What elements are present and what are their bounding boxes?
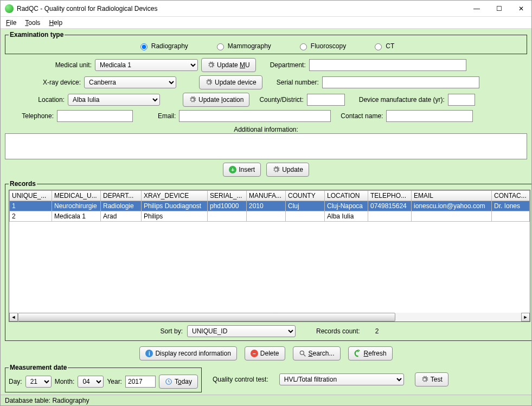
additional-info-label: Additional information: xyxy=(5,126,527,133)
table-cell: Arad xyxy=(101,211,142,222)
column-header[interactable]: MEDICAL_U... xyxy=(52,191,101,201)
clock-icon xyxy=(165,378,172,385)
county-input[interactable] xyxy=(307,94,345,106)
close-button[interactable]: ✕ xyxy=(515,4,527,14)
maximize-button[interactable]: ☐ xyxy=(493,4,505,14)
table-cell: 0749815624 xyxy=(368,201,412,211)
refresh-icon xyxy=(354,350,362,357)
telephone-label: Telephone: xyxy=(5,112,54,120)
scroll-right-icon[interactable]: ► xyxy=(521,313,530,321)
medical-unit-select[interactable]: Medicala 1 xyxy=(95,59,198,71)
examination-type-group: Examination type Radiography Mammography… xyxy=(5,31,527,54)
xray-device-select[interactable]: Canberra xyxy=(84,76,176,88)
radio-radiography[interactable]: Radiography xyxy=(138,42,188,50)
column-header[interactable]: TELEPHO... xyxy=(368,191,412,201)
update-location-button[interactable]: Update location xyxy=(183,93,249,107)
table-cell: Dr. Iones xyxy=(492,201,530,211)
records-legend: Records xyxy=(9,180,37,188)
table-cell: 1 xyxy=(10,201,52,211)
radio-fluoroscopy[interactable]: Fluoroscopy xyxy=(297,42,346,50)
column-header[interactable]: MANUFA... xyxy=(247,191,286,201)
menu-tools[interactable]: Tools xyxy=(25,19,40,27)
horizontal-scrollbar[interactable]: ◄ ► xyxy=(9,313,530,321)
refresh-button[interactable]: Refresh xyxy=(348,346,393,360)
titlebar: RadQC - Quality control for Radiological… xyxy=(1,1,531,17)
manufacture-date-input[interactable] xyxy=(448,94,475,106)
examination-type-legend: Examination type xyxy=(9,31,65,38)
gear-icon xyxy=(205,79,213,86)
month-select[interactable]: 04 xyxy=(78,376,104,388)
update-button[interactable]: Update xyxy=(266,163,309,177)
table-cell: Cluj-Napoca xyxy=(325,201,368,211)
table-row[interactable]: 2Medicala 1AradPhilipsAlba Iulia xyxy=(10,211,530,222)
table-cell xyxy=(247,211,286,222)
contact-name-label: Contact name: xyxy=(341,112,383,120)
sort-by-label: Sort by: xyxy=(161,327,183,335)
column-header[interactable]: COUNTY xyxy=(286,191,325,201)
qc-test-select[interactable]: HVL/Total filtration xyxy=(279,373,404,385)
county-label: County/District: xyxy=(259,96,303,104)
telephone-input[interactable] xyxy=(57,110,133,122)
sort-by-select[interactable]: UNIQUE_ID xyxy=(187,325,296,337)
day-select[interactable]: 21 xyxy=(25,376,52,388)
radio-mammography[interactable]: Mammography xyxy=(214,42,271,50)
column-header[interactable]: SERIAL_... xyxy=(208,191,247,201)
today-button[interactable]: Today xyxy=(159,375,198,389)
column-header[interactable]: UNIQUE_... xyxy=(10,191,52,201)
delete-button[interactable]: –Delete xyxy=(245,346,285,360)
table-cell: ionescu.ion@yahoo.com xyxy=(412,201,492,211)
column-header[interactable]: XRAY_DEVICE xyxy=(142,191,208,201)
records-table[interactable]: UNIQUE_...MEDICAL_U...DEPART...XRAY_DEVI… xyxy=(9,190,530,222)
menu-file[interactable]: File xyxy=(6,19,16,27)
radio-ct[interactable]: CT xyxy=(372,42,394,50)
location-select[interactable]: Alba Iulia xyxy=(68,94,160,106)
department-input[interactable] xyxy=(309,59,466,71)
year-input[interactable] xyxy=(125,376,156,388)
column-header[interactable]: EMAIL xyxy=(412,191,492,201)
table-cell xyxy=(492,211,530,222)
app-window: RadQC - Quality control for Radiological… xyxy=(0,0,532,406)
update-device-button[interactable]: Update device xyxy=(199,75,262,89)
window-title: RadQC - Quality control for Radiological… xyxy=(17,5,470,12)
table-cell: 2010 xyxy=(247,201,286,211)
table-cell: Medicala 1 xyxy=(52,211,101,222)
records-count-label: Records count: xyxy=(316,327,360,335)
search-button[interactable]: Search... xyxy=(293,346,341,360)
records-count-value: 2 xyxy=(375,327,379,335)
minimize-button[interactable]: — xyxy=(470,4,483,14)
column-header[interactable]: LOCATION xyxy=(325,191,368,201)
additional-info-textarea[interactable] xyxy=(5,133,527,159)
status-text: Database table: Radiography xyxy=(5,397,89,404)
scroll-thumb[interactable] xyxy=(18,313,395,321)
contact-name-input[interactable] xyxy=(386,110,473,122)
update-mu-button[interactable]: Update MU xyxy=(201,58,256,72)
department-label: Department: xyxy=(270,61,306,69)
table-cell: Alba Iulia xyxy=(325,211,368,222)
plus-icon: + xyxy=(229,166,236,173)
table-cell: Philips Duodiagnost xyxy=(142,201,208,211)
manufacture-date-label: Device manufacture date (yr): xyxy=(359,96,445,104)
table-cell: Cluj xyxy=(286,201,325,211)
table-cell xyxy=(208,211,247,222)
scroll-left-icon[interactable]: ◄ xyxy=(9,313,18,321)
table-cell: Radiologie xyxy=(101,201,142,211)
year-label: Year: xyxy=(107,378,122,385)
table-cell xyxy=(368,211,412,222)
measurement-date-group: Measurement date Day: 21 Month: 04 Year:… xyxy=(5,364,202,392)
xray-device-label: X-ray device: xyxy=(5,79,81,86)
insert-button[interactable]: +Insert xyxy=(223,163,261,177)
test-button[interactable]: Test xyxy=(415,372,448,386)
gear-icon xyxy=(272,166,280,173)
column-header[interactable]: DEPART... xyxy=(101,191,142,201)
day-label: Day: xyxy=(9,378,22,385)
records-group: Records UNIQUE_...MEDICAL_U...DEPART...X… xyxy=(5,180,531,341)
gear-icon xyxy=(421,376,428,383)
app-icon xyxy=(5,4,14,13)
medical-unit-label: Medical unit: xyxy=(5,61,92,69)
column-header[interactable]: CONTAC... xyxy=(492,191,530,201)
menu-help[interactable]: Help xyxy=(49,19,62,27)
table-row[interactable]: 1NeurochirurgieRadiologiePhilips Duodiag… xyxy=(10,201,530,211)
email-input[interactable] xyxy=(179,110,331,122)
serial-number-input[interactable] xyxy=(322,76,479,88)
display-record-button[interactable]: iDisplay record information xyxy=(139,346,236,360)
